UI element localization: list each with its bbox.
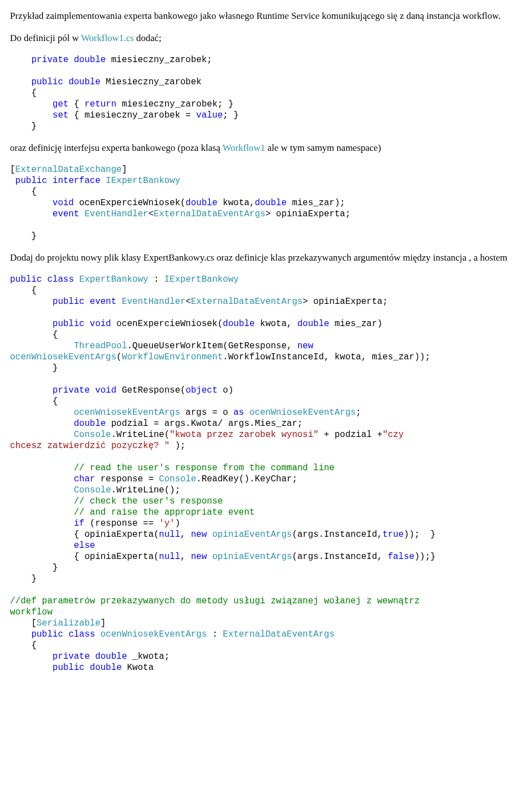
t: .WriteLine(); (111, 485, 180, 495)
text: Do definicji pól w (10, 33, 81, 43)
t (10, 209, 53, 219)
t: podzial = args.Kwota/ args.Mies_zar; (106, 419, 303, 429)
t: { (10, 640, 37, 650)
paragraph-file: Do definicji pól w Workflow1.cs dodać; (10, 32, 522, 44)
kw: double (186, 198, 218, 208)
text: Dodaj do projektu nowy plik klasy Expert… (10, 252, 507, 263)
t: > opiniaExperta; (265, 209, 351, 219)
str: 'y' (159, 518, 175, 528)
t (10, 663, 53, 673)
t (10, 507, 74, 517)
typ: ocenWniosekEventArgs (249, 408, 356, 418)
typ: Console (159, 474, 196, 484)
kw: void (53, 198, 74, 208)
t: ( (116, 352, 122, 362)
t (10, 385, 53, 395)
t: + podzial + (319, 430, 382, 440)
kw: event (53, 209, 79, 219)
filename: Workflow1.cs (81, 33, 134, 43)
kw: true (382, 530, 403, 540)
t: > opiniaExperta; (303, 297, 388, 307)
kw: event (90, 297, 116, 307)
t: mies_zar) (329, 319, 382, 329)
typ: ExternalDataExchange (16, 165, 122, 175)
t: .ReadKey().KeyChar; (196, 474, 297, 484)
typ: ExternalDataEventArgs (223, 629, 335, 639)
typ: ocenWniosekEventArgs (10, 352, 116, 362)
t: (args.InstanceId, (292, 530, 382, 540)
t: ocenExpercieWniosek( (74, 198, 186, 208)
kw: double (95, 652, 127, 662)
t (84, 663, 90, 673)
t: ] (100, 618, 106, 628)
t (84, 319, 90, 329)
t: ; (356, 408, 361, 418)
t: [ (10, 618, 37, 628)
t (90, 652, 95, 662)
t (10, 496, 74, 506)
t: ) (175, 518, 181, 528)
com: // read the user's response from the com… (74, 463, 334, 473)
t (10, 541, 74, 551)
kw: char (74, 474, 95, 484)
kw: new (297, 341, 313, 351)
t: kwota, (217, 198, 254, 208)
typ: EventHandler (122, 297, 186, 307)
typ: ExpertBankowy (79, 274, 149, 284)
t: Miesieczny_zarobek (100, 77, 201, 87)
t: kwota, (255, 319, 298, 329)
t (244, 408, 249, 418)
t: ); (170, 441, 186, 451)
typ: ThreadPool (74, 341, 127, 351)
com: // check the user's response (74, 496, 223, 506)
t (79, 209, 85, 219)
t (116, 297, 122, 307)
kw: public (10, 274, 42, 284)
kw: set (53, 110, 69, 120)
t: : (149, 274, 165, 284)
t: { (10, 286, 37, 296)
t: { (10, 396, 58, 406)
t: { (69, 99, 85, 109)
kw: public (31, 77, 63, 87)
typ: opiniaEventArgs (212, 552, 292, 562)
t (10, 176, 16, 186)
kw: value (196, 110, 223, 120)
kw: class (47, 274, 74, 284)
t (74, 274, 79, 284)
t: mies_zar); (287, 198, 345, 208)
typ: Serializable (37, 618, 100, 628)
kw: public (53, 297, 85, 307)
classname: Workflow1 (222, 143, 265, 153)
t: miesieczny_zarobek; (106, 55, 212, 65)
t (90, 385, 95, 395)
t (10, 430, 74, 440)
t (10, 629, 31, 639)
kw: public (53, 319, 85, 329)
text: Przykład zaimplementowania experta banko… (10, 11, 500, 21)
kw: double (90, 663, 122, 673)
typ: Console (74, 485, 111, 495)
t: } (10, 574, 37, 584)
kw: new (191, 552, 207, 562)
t: < (149, 209, 154, 219)
t (47, 176, 53, 186)
code-block-3: public class ExpertBankowy : IExpertBank… (10, 274, 522, 673)
t: [ (10, 165, 16, 175)
kw: void (95, 385, 116, 395)
str: "czy (382, 430, 403, 440)
t: )); } (404, 530, 436, 540)
t: { (31, 88, 37, 98)
paragraph-intro: Przykład zaimplementowania experta banko… (10, 10, 522, 22)
kw: class (69, 629, 95, 639)
kw: public (53, 663, 85, 673)
kw: return (84, 99, 116, 109)
kw: as (233, 408, 244, 418)
t (10, 297, 53, 307)
t (10, 485, 74, 495)
t: miesieczny_zarobek; } (116, 99, 233, 109)
t (95, 629, 101, 639)
kw: else (74, 541, 95, 551)
t: , (180, 552, 191, 562)
t: : (207, 629, 223, 639)
